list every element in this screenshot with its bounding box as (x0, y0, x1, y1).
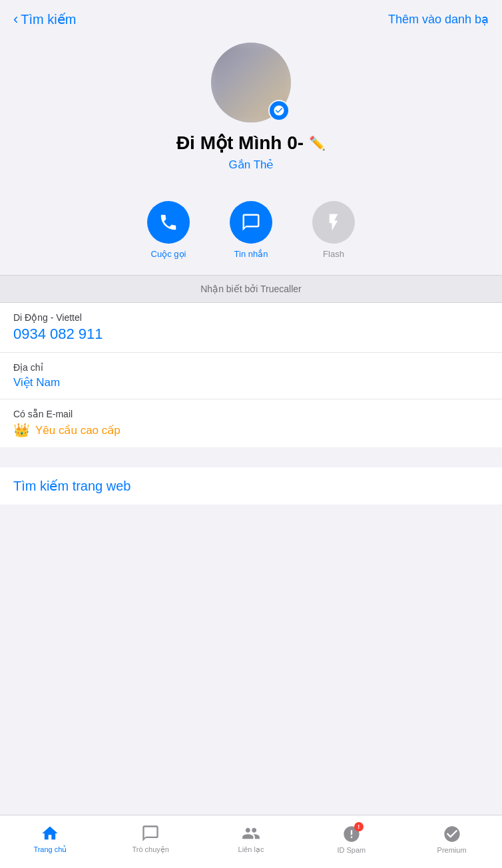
bottom-nav: Trang chủ Trò chuyện Liên lạc ! ID Spam (0, 815, 502, 868)
nav-chat[interactable]: Trò chuyện (130, 824, 170, 854)
crown-icon: 👑 (13, 422, 30, 438)
phone-row: Di Động - Viettel 0934 082 911 (0, 303, 502, 353)
contacts-icon (242, 824, 260, 843)
address-value[interactable]: Việt Nam (13, 375, 489, 389)
web-search-link[interactable]: Tìm kiếm trang web (13, 478, 489, 494)
chat-nav-label: Trò chuyện (132, 845, 169, 854)
email-row: Có sẵn E-mail 👑 Yêu cầu cao cấp (0, 399, 502, 447)
phone-value[interactable]: 0934 082 911 (13, 326, 489, 343)
web-search-section: Tìm kiếm trang web (0, 467, 502, 505)
phone-icon (158, 212, 178, 232)
message-label: Tin nhắn (234, 249, 268, 259)
bottom-padding (0, 505, 502, 564)
call-label: Cuộc gọi (151, 249, 186, 259)
profile-section: Đi Một Mình 0- ✏️ Gắn Thẻ (0, 36, 502, 188)
chat-icon (141, 824, 160, 843)
contact-name: Đi Một Mình 0- ✏️ (176, 132, 326, 154)
edit-icon[interactable]: ✏️ (309, 135, 326, 151)
phone-label: Di Động - Viettel (13, 312, 489, 323)
home-icon (41, 824, 59, 843)
contact-info-section: Di Động - Viettel 0934 082 911 Địa chỉ V… (0, 303, 502, 447)
spam-nav-label: ID Spam (337, 846, 366, 854)
flash-button-circle (312, 201, 355, 244)
contacts-nav-label: Liên lạc (238, 845, 264, 854)
message-button[interactable]: Tin nhắn (230, 201, 272, 259)
header: ‹ Tìm kiếm Thêm vào danh bạ (0, 0, 502, 36)
premium-icon (443, 825, 461, 843)
flash-button[interactable]: Flash (312, 201, 355, 259)
message-icon (241, 212, 261, 232)
message-button-circle (230, 201, 272, 244)
call-button-circle (147, 201, 190, 244)
flash-icon (324, 212, 344, 232)
premium-nav-label: Premium (437, 846, 467, 854)
tag-label[interactable]: Gắn Thẻ (229, 158, 274, 172)
back-button[interactable]: ‹ Tìm kiếm (13, 11, 76, 28)
home-nav-label: Trang chủ (33, 845, 67, 854)
call-button[interactable]: Cuộc gọi (147, 201, 190, 259)
back-label: Tìm kiếm (21, 11, 76, 27)
address-row: Địa chỉ Việt Nam (0, 353, 502, 399)
address-label: Địa chỉ (13, 362, 489, 373)
action-buttons: Cuộc gọi Tin nhắn Flash (0, 188, 502, 275)
nav-home[interactable]: Trang chủ (30, 824, 70, 854)
truecaller-badge (268, 100, 290, 121)
premium-text[interactable]: Yêu cầu cao cấp (35, 423, 121, 437)
chevron-left-icon: ‹ (13, 11, 18, 28)
nav-premium[interactable]: Premium (432, 825, 472, 854)
spam-icon: ! (342, 825, 361, 843)
flash-label: Flash (323, 249, 344, 259)
add-contact-button[interactable]: Thêm vào danh bạ (388, 12, 489, 27)
email-label: Có sẵn E-mail (13, 409, 489, 419)
email-premium-row: 👑 Yêu cầu cao cấp (13, 422, 489, 438)
truecaller-icon (273, 105, 285, 116)
nav-contacts[interactable]: Liên lạc (231, 824, 271, 854)
truecaller-banner: Nhận biết bởi Truecaller (0, 275, 502, 303)
avatar-container (211, 43, 291, 122)
spam-badge: ! (354, 822, 364, 831)
section-divider (0, 447, 502, 467)
nav-spam[interactable]: ! ID Spam (332, 825, 372, 854)
